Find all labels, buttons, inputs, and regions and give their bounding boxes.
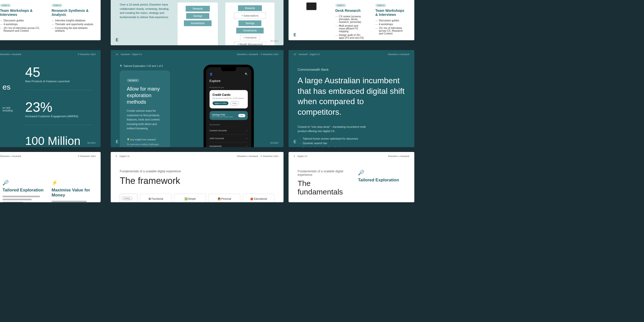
stat-block: 100 Million Customers [25, 135, 93, 147]
product-row[interactable]: Joint Accounts→ [210, 135, 248, 142]
page-num: 4 [294, 155, 295, 157]
thumb [306, 3, 316, 10]
slide-meta: 5 Digital CX Elsewhen x Neobank © Elsewh… [111, 152, 284, 160]
step-1-column: STEP 1 Desk Research CX review (screens,… [335, 3, 365, 40]
breadcrumb: 🔍 Tailored Exploration / UX tool 1 of 3 [120, 65, 170, 67]
logo: E [294, 33, 296, 37]
frag: including: [3, 109, 15, 112]
logo: E [294, 140, 296, 144]
eyebrow: Fundamentals of a scalable digital exper… [120, 170, 274, 173]
card-title: Savings Pots [212, 113, 233, 116]
section: Digital CX [297, 155, 307, 157]
section: Neobank - Digital CX [121, 53, 142, 56]
phone-mockup: 👤 🔍 Explore Products for you Credit Card… [204, 65, 254, 147]
arrow-icon: → [246, 129, 248, 132]
stat-number: 23% [25, 100, 93, 114]
screen-title: Explore [210, 79, 248, 83]
get-button[interactable]: Get [238, 114, 245, 117]
pill: Rewards [238, 5, 262, 11]
pill: Rewards [186, 6, 210, 12]
search-icon[interactable]: 🔍 [245, 73, 248, 75]
step-list: Interview insights database Thematic and… [52, 19, 96, 32]
apply-button[interactable]: Apply in 2 mins [213, 101, 228, 105]
screen-sub: Products for you [210, 86, 248, 89]
frag: es [3, 83, 15, 91]
fw-card: 👩 Personal [209, 194, 240, 202]
stat-block: 45 New Products & Features Launched [25, 65, 93, 90]
section: Digital CX [119, 155, 130, 157]
meta-left: Elsewhen x Neobank [0, 53, 21, 56]
phone-screen: 👤 🔍 Explore Products for you Credit Card… [206, 67, 251, 147]
logo: E [116, 140, 118, 144]
step-badge: STEP 2 [0, 4, 11, 7]
step-title: Desk Research [335, 9, 365, 13]
bank-name: Commonwealth Bank [298, 68, 405, 71]
principle-title: Maximise Value for Money [52, 188, 93, 198]
frag: on and [3, 106, 15, 109]
magnify-icon: 🔎 [358, 170, 405, 176]
headline: A large Australian incumbent that has em… [298, 75, 405, 117]
meta: Elsewhen x Neobank [388, 155, 409, 157]
arrow-icon: → [246, 145, 248, 147]
list-item: Dynamic search bar [298, 142, 405, 145]
slide-workshops-top-left: STEP 2 Team Workshops & Interviews Discu… [0, 0, 101, 40]
slide-meta: Elsewhen x Neobank © Elsewhen 2024 [0, 152, 101, 160]
product-row[interactable]: Current Accounts→ [210, 127, 248, 135]
person-icon[interactable]: 👤 [210, 73, 213, 75]
list-item: Design audit of 20+ apps (FS and non-FS) [335, 34, 365, 39]
step-badge: STEP 3 [52, 4, 62, 7]
description: Closest to "one-stop-shop" - translating… [298, 125, 373, 133]
page-num: 10 [294, 53, 296, 56]
magnify-icon: 🔎 [3, 180, 44, 186]
slide-ux-tool: 12 Neobank - Digital CX Elsewhen x Neoba… [111, 50, 284, 147]
pill: Investments [184, 20, 212, 26]
ux-title: Allow for many exploration methods [127, 86, 163, 105]
list-item: 4 workshops [0, 23, 44, 26]
meta: Elsewhen x Neobank [237, 53, 258, 56]
step-title: Team Workshops & Interviews [0, 9, 44, 17]
phone-card-credit[interactable]: Credit Cards Get access to credit from 1… [210, 90, 248, 108]
pill: Savings [186, 13, 209, 19]
step-badge: STEP 1 [335, 4, 346, 7]
card-sub: Get access to credit from 14.5% interest [213, 97, 245, 99]
list-item: Discussion guides [0, 19, 44, 22]
ux-desc: Create various ways for customers to fin… [127, 109, 163, 131]
slide-stats: Elsewhen x Neobank © Elsewhen 2024 es on… [0, 50, 101, 147]
slide-date: 05.2024 [87, 142, 96, 144]
slide-principles-left: Elsewhen x Neobank © Elsewhen 2024 🔎 Tai… [0, 152, 101, 202]
slide-meta: 12 Neobank - Digital CX Elsewhen x Neoba… [111, 50, 284, 59]
list-item: 15+ hrs of interviews across CX, Researc… [375, 27, 405, 35]
feature-list: Tailored home screen optimised for disco… [298, 137, 405, 147]
meta: Elsewhen x Neobank [388, 53, 409, 56]
phone-notch [221, 67, 236, 71]
meta-right: © Elsewhen 2024 [78, 53, 96, 56]
card-sub: Start earning 4% interest today [212, 116, 233, 117]
faqs-button[interactable]: FAQs [230, 101, 239, 105]
fw-card: 🏛 Functional [140, 194, 172, 202]
step-list: Discussion guides 4 workshops 15+ hrs of… [375, 19, 405, 35]
list-item: 15+ hrs of interviews across CX, Researc… [0, 27, 44, 32]
pills-left: Rewards Savings Investments [178, 3, 218, 45]
pill: Investments [236, 28, 264, 33]
slide-framework: 5 Digital CX Elsewhen x Neobank © Elsewh… [111, 152, 284, 202]
pill: + Insurance [240, 35, 260, 40]
fw-card: ✅ Simple [174, 194, 206, 202]
logo: E [116, 38, 118, 42]
list-item: Thematic and opportunity analysis [52, 23, 96, 26]
stat-label: Increased Customer Engagement (ARPAS) [25, 115, 93, 118]
stat-number: 100 Million [25, 135, 93, 147]
principle-card: ⚡ Maximise Value for Money [52, 180, 93, 202]
all-products-label: All products [210, 124, 248, 126]
phone-card-savings[interactable]: Savings Pots Start earning 4% interest t… [210, 111, 248, 120]
copyright: © Elsewhen 2024 [261, 155, 278, 157]
list-item: 4 workshops [375, 23, 405, 26]
slide-fundamentals: 4 Digital CX Elsewhen x Neobank Fundamen… [289, 152, 414, 202]
product-row[interactable]: Investments→ [210, 142, 248, 147]
bolt-icon: ⚡ [52, 180, 93, 186]
meta-left: Elsewhen x Neobank [0, 155, 21, 157]
slide-date: 05.2024 [270, 142, 278, 144]
principle-card: 🔎 Tailored Exploration [3, 180, 44, 202]
ux-card: UX tool 1 Allow for many exploration met… [120, 70, 170, 147]
page-num: 12 [116, 53, 118, 56]
meta: Elsewhen x Neobank [237, 155, 258, 157]
